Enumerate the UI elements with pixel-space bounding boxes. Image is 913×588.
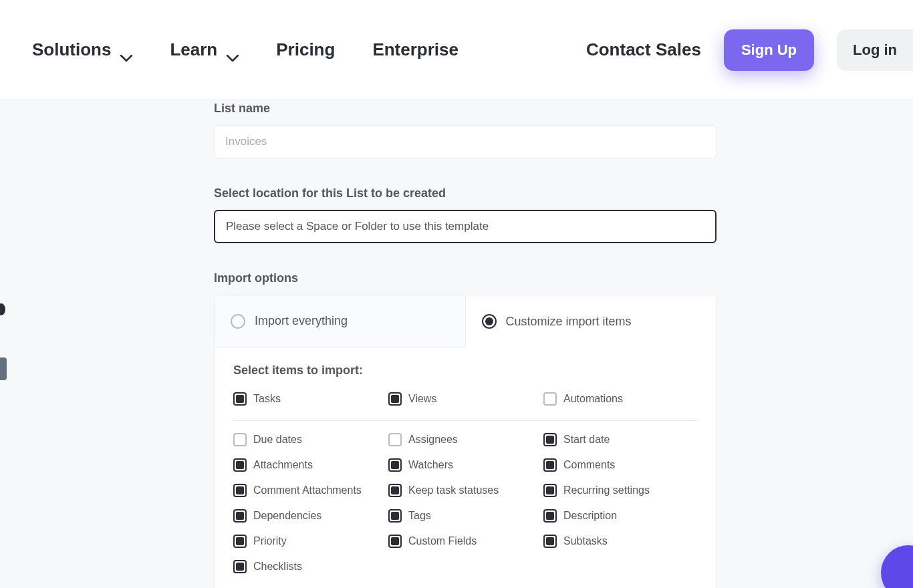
nav-enterprise[interactable]: Enterprise <box>372 39 459 60</box>
import-due-dates-label: Due dates <box>253 434 302 446</box>
import-description-label: Description <box>563 510 617 522</box>
checkbox-checked-icon <box>233 458 247 472</box>
select-items-label: Select items to import: <box>233 363 697 378</box>
signup-button[interactable]: Sign Up <box>724 29 814 71</box>
checkbox-checked-icon <box>543 535 557 548</box>
nav-pricing-label: Pricing <box>276 39 335 60</box>
import-checklists-label: Checklists <box>253 561 302 573</box>
radio-selected-icon <box>482 314 497 329</box>
import-custom-fields-label: Custom Fields <box>408 535 477 547</box>
import-recurring-settings-checkbox[interactable]: Recurring settings <box>543 484 698 497</box>
import-keep-task-statuses-label: Keep task statuses <box>408 484 499 496</box>
import-automations-label: Automations <box>563 393 623 405</box>
import-top-row: TasksViewsAutomations <box>233 392 697 421</box>
nav-enterprise-label: Enterprise <box>372 39 459 60</box>
template-form: List name Select location for this List … <box>214 96 716 588</box>
import-tags-checkbox[interactable]: Tags <box>388 509 543 523</box>
checkbox-checked-icon <box>233 535 247 548</box>
import-subtasks-label: Subtasks <box>563 535 608 547</box>
import-due-dates-checkbox[interactable]: Due dates <box>233 433 388 446</box>
chevron-down-icon <box>227 46 239 53</box>
tab-import-everything[interactable]: Import everything <box>215 295 466 347</box>
import-panel-body: Select items to import: TasksViewsAutoma… <box>215 347 716 588</box>
location-label: Select location for this List to be crea… <box>214 186 716 200</box>
import-watchers-checkbox[interactable]: Watchers <box>388 458 543 472</box>
checkbox-checked-icon <box>388 509 402 523</box>
list-name-input[interactable] <box>214 125 716 158</box>
import-views-checkbox[interactable]: Views <box>388 392 543 406</box>
import-tags-label: Tags <box>408 510 431 522</box>
radio-unselected-icon <box>231 314 245 329</box>
import-start-date-checkbox[interactable]: Start date <box>543 433 698 446</box>
import-options-label: Import options <box>214 271 716 285</box>
import-tabs: Import everything Customize import items <box>215 295 716 347</box>
import-grid: Due datesAssigneesStart dateAttachmentsW… <box>233 433 697 573</box>
import-recurring-settings-label: Recurring settings <box>563 484 650 496</box>
content-area: List name Select location for this List … <box>0 100 913 588</box>
checkbox-checked-icon <box>543 433 557 446</box>
import-priority-checkbox[interactable]: Priority <box>233 535 388 548</box>
checkbox-checked-icon <box>543 458 557 472</box>
import-start-date-label: Start date <box>563 434 610 446</box>
import-subtasks-checkbox[interactable]: Subtasks <box>543 535 698 548</box>
checkbox-checked-icon <box>388 535 402 548</box>
left-edge-tab[interactable] <box>0 357 7 380</box>
checkbox-unchecked-icon <box>388 433 402 446</box>
import-watchers-label: Watchers <box>408 459 453 471</box>
tab-customize-import[interactable]: Customize import items <box>466 295 716 347</box>
checkbox-checked-icon <box>388 392 402 406</box>
import-custom-fields-checkbox[interactable]: Custom Fields <box>388 535 543 548</box>
import-tasks-label: Tasks <box>253 393 281 405</box>
checkbox-checked-icon <box>233 560 247 573</box>
nav-contact-sales[interactable]: Contact Sales <box>586 39 701 60</box>
nav-learn[interactable]: Learn <box>170 39 239 60</box>
import-dependencies-checkbox[interactable]: Dependencies <box>233 509 388 523</box>
login-button[interactable]: Log in <box>837 29 913 71</box>
import-assignees-checkbox[interactable]: Assignees <box>388 433 543 446</box>
list-name-label: List name <box>214 102 716 116</box>
import-comments-label: Comments <box>563 459 615 471</box>
import-automations-checkbox[interactable]: Automations <box>543 392 698 406</box>
import-description-checkbox[interactable]: Description <box>543 509 698 523</box>
checkbox-checked-icon <box>543 509 557 523</box>
checkbox-checked-icon <box>233 484 247 497</box>
import-checklists-checkbox[interactable]: Checklists <box>233 560 388 573</box>
checkbox-checked-icon <box>388 458 402 472</box>
import-tasks-checkbox[interactable]: Tasks <box>233 392 388 406</box>
top-nav: Solutions Learn Pricing Enterprise Conta… <box>0 0 913 100</box>
chat-bubble-button[interactable] <box>881 545 913 588</box>
import-comments-checkbox[interactable]: Comments <box>543 458 698 472</box>
import-comment-attachments-label: Comment Attachments <box>253 484 362 496</box>
checkbox-checked-icon <box>543 484 557 497</box>
import-dependencies-label: Dependencies <box>253 510 321 522</box>
nav-contact-sales-label: Contact Sales <box>586 39 701 60</box>
checkbox-checked-icon <box>233 392 247 406</box>
location-select[interactable]: Please select a Space or Folder to use t… <box>214 210 716 243</box>
import-priority-label: Priority <box>253 535 287 547</box>
nav-solutions-label: Solutions <box>32 39 111 60</box>
import-keep-task-statuses-checkbox[interactable]: Keep task statuses <box>388 484 543 497</box>
nav-learn-label: Learn <box>170 39 217 60</box>
location-select-placeholder: Please select a Space or Folder to use t… <box>226 220 489 233</box>
import-views-label: Views <box>408 393 436 405</box>
import-attachments-label: Attachments <box>253 459 313 471</box>
nav-right: Contact Sales Sign Up Log in <box>586 29 881 71</box>
checkbox-unchecked-icon <box>233 433 247 446</box>
nav-solutions[interactable]: Solutions <box>32 39 132 60</box>
nav-left: Solutions Learn Pricing Enterprise <box>32 39 459 60</box>
import-options-panel: Import everything Customize import items… <box>214 295 716 588</box>
checkbox-checked-icon <box>388 484 402 497</box>
import-attachments-checkbox[interactable]: Attachments <box>233 458 388 472</box>
import-comment-attachments-checkbox[interactable]: Comment Attachments <box>233 484 388 497</box>
import-assignees-label: Assignees <box>408 434 458 446</box>
tab-customize-import-label: Customize import items <box>506 315 632 329</box>
checkbox-unchecked-icon <box>543 392 557 406</box>
tab-import-everything-label: Import everything <box>255 314 348 328</box>
chevron-down-icon <box>120 46 132 53</box>
left-edge-dot <box>0 303 5 315</box>
nav-pricing[interactable]: Pricing <box>276 39 335 60</box>
checkbox-checked-icon <box>233 509 247 523</box>
